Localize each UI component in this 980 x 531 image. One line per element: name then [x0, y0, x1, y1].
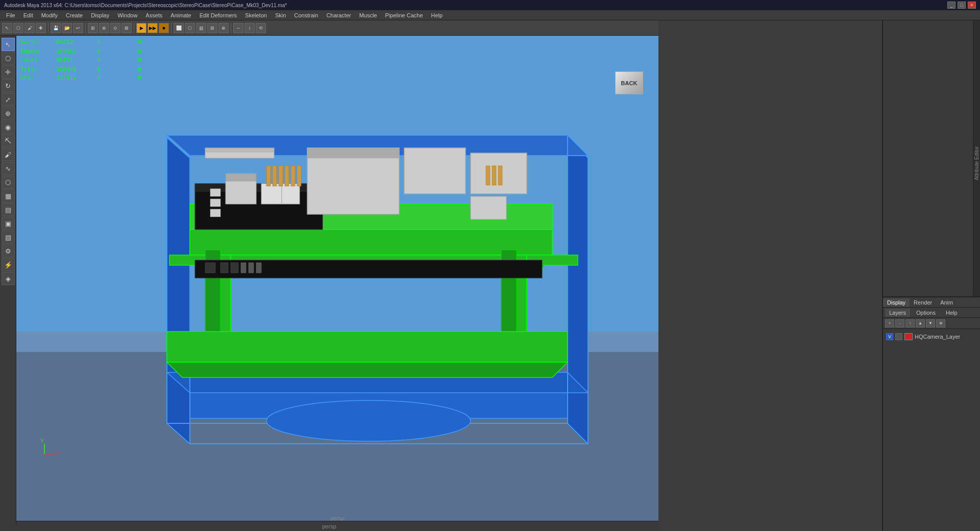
toolbar-undo[interactable]: ↩: [73, 23, 83, 33]
svg-marker-23: [167, 362, 568, 377]
toolbar-icon8[interactable]: ⟲: [256, 23, 266, 33]
menu-animate[interactable]: Animate: [166, 11, 195, 19]
svg-text:Y: Y: [40, 438, 44, 444]
right-panel: Channel Box / Layer Editor 📌 ⚙ ✕ Channel…: [882, 0, 980, 531]
toolbar-render3[interactable]: ■: [159, 23, 169, 33]
tris-sel2: 0: [138, 65, 168, 74]
svg-rect-49: [231, 263, 238, 273]
menu-assets[interactable]: Assets: [141, 11, 166, 19]
menu-create[interactable]: Create: [62, 11, 87, 19]
menu-display[interactable]: Display: [87, 11, 113, 19]
close-button[interactable]: ✕: [968, 2, 976, 9]
menu-pipeline-cache[interactable]: Pipeline Cache: [381, 11, 427, 19]
toolbar-icon3[interactable]: ▥: [196, 23, 206, 33]
menu-constrain[interactable]: Constrain: [290, 11, 322, 19]
toolbar-icon1[interactable]: ⬜: [174, 23, 184, 33]
toolbar-render1[interactable]: ▶: [136, 23, 146, 33]
tool-mesh[interactable]: ⬡: [2, 175, 15, 189]
svg-marker-22: [167, 332, 568, 362]
toolbar-snap3[interactable]: ⊙: [110, 23, 120, 33]
tool-lasso[interactable]: ⬡: [2, 52, 15, 65]
tool-paint[interactable]: 🖌: [2, 148, 15, 161]
svg-rect-41: [486, 166, 490, 185]
layer-tool-move-down[interactable]: ▼: [926, 319, 935, 327]
menu-skin[interactable]: Skin: [271, 11, 290, 19]
maximize-button[interactable]: □: [958, 2, 966, 9]
tab-render[interactable]: Render: [910, 298, 936, 307]
svg-rect-52: [256, 263, 261, 273]
viewport-scene: X Y: [16, 36, 658, 525]
toolbar-paint[interactable]: 🖌: [24, 23, 35, 33]
tool-move[interactable]: ✛: [2, 65, 15, 79]
tris-val: 106049: [56, 65, 87, 74]
toolbar-sep5: [231, 23, 231, 33]
layer-tabs: Display Render Anim: [883, 297, 980, 308]
toolbar: ↖ ⬡ 🖌 ✚ 💾 📂 ↩ ⊞ ⊕ ⊙ ⊠ ▶ ▶▶ ■ ⬜ ⬡ ▥ ⊞ ⊕ ↔…: [0, 20, 658, 36]
menu-character[interactable]: Character: [322, 11, 355, 19]
tool-universal[interactable]: ⊕: [2, 107, 15, 120]
toolbar-save[interactable]: 💾: [51, 23, 61, 33]
viewport[interactable]: X Y Verts: 64212 0 0 Edges: 159659 0 0 F…: [16, 36, 658, 525]
attribute-editor-label[interactable]: Attribute Editor: [973, 20, 980, 306]
menu-edit[interactable]: Edit: [19, 11, 37, 19]
toolbar-icon2[interactable]: ⬡: [185, 23, 195, 33]
menu-help[interactable]: Help: [427, 11, 447, 19]
tool-poly2[interactable]: ▤: [2, 203, 15, 216]
toolbar-icon7[interactable]: ↕: [244, 23, 255, 33]
tool-scale[interactable]: ⤢: [2, 93, 15, 106]
layer-row[interactable]: V HQCamera_Layer: [885, 331, 979, 342]
tool-select-arrow[interactable]: ↖: [2, 38, 15, 51]
layer-tool-select[interactable]: ↑: [905, 319, 915, 327]
toolbar-icon4[interactable]: ⊞: [207, 23, 217, 33]
verts-label: Verts:: [20, 38, 46, 47]
toolbar-icon6[interactable]: ↔: [233, 23, 243, 33]
layer-tool-new[interactable]: +: [885, 319, 894, 327]
tab-display[interactable]: Display: [883, 298, 910, 307]
svg-rect-36: [273, 166, 277, 186]
faces-sel2: 0: [138, 56, 168, 65]
menu-skeleton[interactable]: Skeleton: [241, 11, 271, 19]
tab-anim[interactable]: Anim: [936, 298, 957, 307]
menu-muscle[interactable]: Muscle: [355, 11, 381, 19]
viewport-nav-cube[interactable]: BACK: [615, 71, 643, 94]
tool-sculpt[interactable]: ⛏: [2, 134, 15, 147]
toolbar-snap1[interactable]: ⊞: [88, 23, 98, 33]
subtab-options[interactable]: Options: [912, 309, 940, 317]
tool-render[interactable]: ◈: [2, 272, 15, 285]
faces-label: Faces:: [20, 56, 46, 65]
menu-window[interactable]: Window: [113, 11, 141, 19]
layer-tool-option1[interactable]: ⊕: [936, 319, 945, 327]
toolbar-open[interactable]: 📂: [62, 23, 72, 33]
menu-file[interactable]: File: [2, 11, 19, 19]
layer-template-checkbox[interactable]: [895, 333, 902, 340]
menu-modify[interactable]: Modify: [37, 11, 62, 19]
layer-tool-move-up[interactable]: ▲: [916, 319, 925, 327]
tool-soft-mod[interactable]: ◉: [2, 120, 15, 134]
toolbar-icon5[interactable]: ⊕: [218, 23, 229, 33]
toolbar-move[interactable]: ✚: [36, 23, 46, 33]
subtab-help[interactable]: Help: [942, 309, 962, 317]
layer-color-swatch: [904, 333, 913, 340]
toolbar-snap2[interactable]: ⊕: [99, 23, 109, 33]
tool-poly4[interactable]: ▧: [2, 231, 15, 244]
subtab-layers[interactable]: Layers: [885, 309, 910, 317]
menu-edit-deformers[interactable]: Edit Deformers: [195, 11, 241, 19]
layer-editor: Display Render Anim Layers Options Help …: [883, 296, 980, 531]
layer-tool-delete[interactable]: -: [895, 319, 904, 327]
tool-poly1[interactable]: ▦: [2, 189, 15, 203]
tool-rotate[interactable]: ↻: [2, 79, 15, 92]
svg-rect-46: [195, 260, 542, 278]
tool-dynamics[interactable]: ⚡: [2, 258, 15, 271]
faces-sel1: 0: [97, 56, 128, 65]
viewport-stats: Verts: 64212 0 0 Edges: 159659 0 0 Faces…: [20, 38, 168, 83]
tool-rigging[interactable]: ⚙: [2, 244, 15, 258]
tool-curve[interactable]: ∿: [2, 162, 15, 175]
uvs-label: UVs:: [20, 73, 46, 83]
toolbar-select[interactable]: ↖: [2, 23, 12, 33]
layer-visibility-checkbox[interactable]: V: [886, 333, 893, 340]
minimize-button[interactable]: _: [947, 2, 955, 9]
toolbar-render2[interactable]: ▶▶: [148, 23, 158, 33]
toolbar-snap4[interactable]: ⊠: [121, 23, 132, 33]
tool-poly3[interactable]: ▣: [2, 217, 15, 230]
toolbar-lasso[interactable]: ⬡: [13, 23, 23, 33]
